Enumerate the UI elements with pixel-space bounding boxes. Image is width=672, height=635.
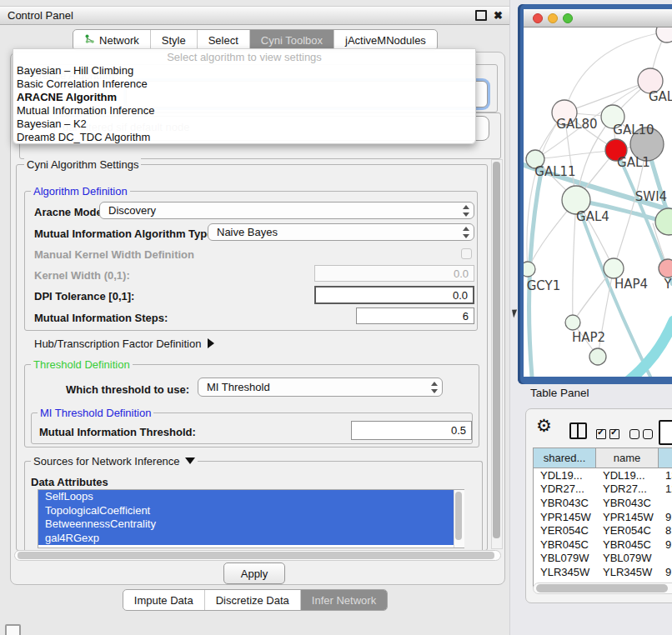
attribute-item-topologicalcoefficient[interactable]: TopologicalCoefficient xyxy=(38,504,464,518)
columns-icon[interactable] xyxy=(569,422,587,439)
document-icon[interactable] xyxy=(659,420,672,445)
bottom-tab-segments: Impute DataDiscretize DataInfer Network xyxy=(123,589,388,611)
tab-cyni-toolbox[interactable]: Cyni Toolbox xyxy=(249,30,333,50)
kernel-width-field: 0.0 xyxy=(314,265,474,282)
mi-steps-field[interactable]: 6 xyxy=(356,308,474,324)
manual-kernel-label: Manual Kernel Width Definition xyxy=(34,248,194,261)
dpi-tolerance-label: DPI Tolerance [0,1]: xyxy=(34,290,134,302)
table-row[interactable]: YBR043CYBR043C xyxy=(534,496,672,510)
algorithm-dropdown-popup: Select algorithm to view settings Bayesi… xyxy=(13,48,476,144)
attribute-item-gal4rgexp[interactable]: gal4RGexp xyxy=(38,532,464,546)
node-table[interactable]: shared...nameA YDL19...YDL19...13YDR27..… xyxy=(533,448,672,588)
dpi-tolerance-field[interactable]: 0.0 xyxy=(314,286,474,304)
table-cell: YBR045C xyxy=(596,538,659,551)
table-cell: 13 xyxy=(659,469,672,482)
column-header-shared[interactable]: shared... xyxy=(534,448,596,468)
algorithm-dropdown-items: Bayesian – Hill ClimbingBasic Correlatio… xyxy=(13,64,475,144)
zoom-traffic-light-icon[interactable] xyxy=(563,13,573,23)
node-bottom[interactable] xyxy=(589,348,606,365)
table-cell: YER054C xyxy=(534,524,596,537)
kernel-width-value: 0.0 xyxy=(454,268,469,280)
algorithm-option-dream8-dc-tdc-algorithm[interactable]: Dream8 DC_TDC Algorithm xyxy=(13,131,475,144)
float-window-icon[interactable] xyxy=(475,10,487,21)
mi-threshold-label: Mutual Information Threshold: xyxy=(39,426,196,438)
table-cell: YBL079W xyxy=(596,552,659,564)
select-all-checks-icon[interactable] xyxy=(596,428,623,442)
mi-type-label: Mutual Information Algorithm Type: xyxy=(34,228,217,240)
algorithm-option-basic-correlation-inference[interactable]: Basic Correlation Inference xyxy=(13,78,475,91)
panel-splitter[interactable] xyxy=(509,0,510,635)
table-panel-title: Table Panel xyxy=(530,387,589,399)
bottom-tab-infer-network[interactable]: Infer Network xyxy=(300,590,387,610)
bottom-tab-discretize-data[interactable]: Discretize Data xyxy=(204,590,300,610)
table-row[interactable]: YDR27...YDR27...12 xyxy=(534,482,672,497)
network-canvas[interactable]: GALGAL80GAL10GAL1GAL11GAL4SWI4GCY1HAP4YH… xyxy=(524,28,672,377)
table-panel: ⚙ shared...nameA YDL19...YDL19...13YDR27… xyxy=(525,408,672,603)
sources-group-title[interactable]: Sources for Network Inference xyxy=(31,455,198,468)
aracne-mode-value: Discovery xyxy=(108,204,156,217)
node-gal4-label: GAL4 xyxy=(576,209,609,224)
apply-button-label: Apply xyxy=(241,568,268,580)
tab-network[interactable]: Network xyxy=(73,30,150,50)
apply-button[interactable]: Apply xyxy=(223,562,285,584)
algorithm-option-aracne-algorithm[interactable]: ARACNE Algorithm xyxy=(13,91,475,104)
mi-threshold-field[interactable]: 0.5 xyxy=(351,421,472,440)
table-row[interactable]: YBR045CYBR045C9. xyxy=(534,538,672,552)
which-threshold-combobox[interactable]: MI Threshold xyxy=(198,378,443,397)
node-swi4[interactable] xyxy=(655,208,672,235)
node-top[interactable] xyxy=(656,28,672,42)
mi-type-combobox[interactable]: Naive Bayes xyxy=(208,223,474,241)
stepper-arrows-icon xyxy=(462,205,469,217)
attributes-scrollbar-thumb[interactable] xyxy=(455,492,462,540)
table-cell: YDR27... xyxy=(596,482,659,495)
tab-label: Discretize Data xyxy=(216,594,289,607)
stepper-arrows-icon xyxy=(462,227,469,238)
algorithm-option-bayesian-hill-climbing[interactable]: Bayesian – Hill Climbing xyxy=(13,64,475,78)
data-attributes-list[interactable]: SelfLoopsTopologicalCoefficientBetweenne… xyxy=(38,489,464,548)
table-hscrollbar-thumb[interactable] xyxy=(536,584,668,592)
algorithm-option-mutual-information-inference[interactable]: Mutual Information Inference xyxy=(13,104,475,118)
mi-steps-value: 6 xyxy=(463,310,469,322)
node-hap2[interactable] xyxy=(565,315,580,330)
node-pink-b-label: Y xyxy=(663,277,672,292)
node-pink-b[interactable] xyxy=(659,259,672,278)
algorithm-option-bayesian-k2[interactable]: Bayesian – K2 xyxy=(13,118,475,131)
deselect-all-checks-icon[interactable] xyxy=(629,428,656,442)
manual-kernel-checkbox[interactable] xyxy=(461,248,472,259)
table-row[interactable]: YBL079WYBL079W xyxy=(534,552,672,566)
aracne-mode-combobox[interactable]: Discovery xyxy=(99,202,474,219)
node-gal80-label: GAL80 xyxy=(556,117,597,132)
network-window-titlebar[interactable] xyxy=(524,9,672,28)
table-body: YDL19...YDL19...13YDR27...YDR27...12YBR0… xyxy=(534,468,672,588)
tab-style[interactable]: Style xyxy=(150,30,197,50)
settings-vscrollbar-thumb[interactable] xyxy=(493,162,500,538)
hub-expander[interactable]: Hub/Transcription Factor Definition xyxy=(34,338,214,350)
tab-jactivemnodules[interactable]: jActiveMNodules xyxy=(333,30,437,50)
network-graph: GALGAL80GAL10GAL1GAL11GAL4SWI4GCY1HAP4YH… xyxy=(524,28,672,377)
close-traffic-light-icon[interactable] xyxy=(533,13,543,23)
control-panel: Control Panel ✖ NetworkStyleSelectCyni T… xyxy=(0,0,510,635)
table-row[interactable]: YPR145WYPR145W9. xyxy=(534,510,672,524)
bottom-tab-impute-data[interactable]: Impute Data xyxy=(123,590,204,610)
column-header-a[interactable]: A xyxy=(659,448,672,468)
attribute-item-selfloops[interactable]: SelfLoops xyxy=(38,490,464,504)
gear-icon[interactable]: ⚙ xyxy=(536,416,552,436)
minimize-traffic-light-icon[interactable] xyxy=(548,13,558,23)
node-hap4[interactable] xyxy=(604,258,624,278)
tab-label: Impute Data xyxy=(134,594,193,607)
column-header-name[interactable]: name xyxy=(596,448,659,468)
control-panel-title: Control Panel xyxy=(8,9,73,22)
table-row[interactable]: YER054CYER054C8. xyxy=(534,523,672,538)
table-row[interactable]: YLR345WYLR345W9. xyxy=(534,565,672,579)
cyni-toolbox-panel: Inference Algorithm gal-filtered sif def… xyxy=(10,52,505,585)
tab-select[interactable]: Select xyxy=(197,30,249,50)
tab-label: Network xyxy=(99,34,139,47)
node-gcy1[interactable] xyxy=(524,262,535,277)
close-icon[interactable]: ✖ xyxy=(494,10,503,21)
table-cell: YDR27... xyxy=(534,482,596,495)
page: Control Panel ✖ NetworkStyleSelectCyni T… xyxy=(0,0,672,635)
settings-hscrollbar-thumb[interactable] xyxy=(18,552,494,559)
table-header-row: shared...nameA xyxy=(534,448,672,468)
table-row[interactable]: YDL19...YDL19...13 xyxy=(534,468,672,482)
attribute-item-betweennesscentrality[interactable]: BetweennessCentrality xyxy=(38,518,464,532)
